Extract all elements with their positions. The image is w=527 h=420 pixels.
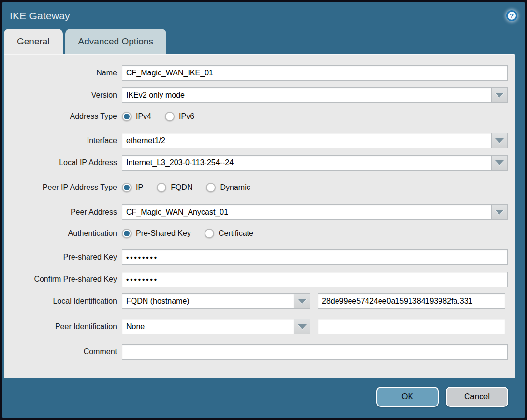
peer-address-dropdown[interactable]: CF_Magic_WAN_Anycast_01 [122,204,508,220]
form-row-interface: Interface ethernet1/2 [4,133,515,148]
triangle-down-icon [495,210,504,215]
name-label: Name [4,69,122,77]
form-row-peer-ip-address-type: Peer IP Address Type IP FQDN Dynamic [4,183,515,192]
help-icon[interactable]: ? [506,10,517,21]
local-ip-address-value[interactable]: Internet_L3_203-0-113-254--24 [122,155,492,171]
form-row-pre-shared-key: Pre-shared Key [4,249,515,265]
version-label: Version [4,91,122,100]
pre-shared-key-radio[interactable] [122,229,132,238]
ipv4-radio[interactable] [122,112,132,121]
confirm-pre-shared-key-input[interactable] [122,272,508,287]
chevron-down-icon[interactable] [294,293,310,309]
authentication-label: Authentication [4,229,122,238]
ipv6-radio[interactable] [165,112,175,121]
triangle-down-icon [298,324,307,329]
peer-ip-address-type-radio-group: IP FQDN Dynamic [122,183,264,192]
interface-label: Interface [4,136,122,145]
local-ip-address-dropdown[interactable]: Internet_L3_203-0-113-254--24 [122,155,508,171]
name-input[interactable] [122,65,508,81]
chevron-down-icon[interactable] [492,155,508,171]
ike-gateway-dialog: IKE Gateway ? General Advanced Options N… [0,0,527,420]
form-row-address-type: Address Type IPv4 IPv6 [4,112,515,121]
authentication-radio-group: Pre-Shared Key Certificate [122,229,267,238]
form-row-comment: Comment [4,344,515,360]
chevron-down-icon[interactable] [492,133,508,148]
peer-identification-input[interactable] [318,319,505,334]
interface-dropdown[interactable]: ethernet1/2 [122,133,508,148]
ipv6-radio-label[interactable]: IPv6 [179,112,194,121]
triangle-down-icon [495,93,504,98]
form-row-authentication: Authentication Pre-Shared Key Certificat… [4,229,515,238]
ipv4-radio-label[interactable]: IPv4 [136,112,151,121]
chevron-down-icon[interactable] [294,319,310,334]
interface-value[interactable]: ethernet1/2 [122,133,492,148]
pre-shared-key-input[interactable] [122,249,508,265]
pre-shared-key-radio-label[interactable]: Pre-Shared Key [136,229,191,238]
form-row-confirm-pre-shared-key: Confirm Pre-shared Key [4,272,515,287]
triangle-down-icon [495,160,504,165]
address-type-label: Address Type [4,112,122,121]
address-type-radio-group: IPv4 IPv6 [122,112,208,121]
certificate-radio[interactable] [205,229,214,238]
version-value[interactable]: IKEv2 only mode [122,87,492,103]
triangle-down-icon [298,299,307,304]
form-row-peer-address: Peer Address CF_Magic_WAN_Anycast_01 [4,204,515,220]
comment-label: Comment [4,348,122,356]
triangle-down-icon [495,138,504,143]
chevron-down-icon[interactable] [492,204,508,220]
peer-dynamic-radio[interactable] [206,183,216,192]
local-identification-type-dropdown[interactable]: FQDN (hostname) [122,293,310,309]
cancel-button[interactable]: Cancel [446,387,508,407]
confirm-pre-shared-key-label: Confirm Pre-shared Key [4,275,122,284]
peer-identification-type-value[interactable]: None [122,319,294,334]
peer-ip-address-type-label: Peer IP Address Type [4,183,122,192]
local-identification-input[interactable] [318,293,505,309]
form-row-name: Name [4,65,515,81]
peer-ip-radio[interactable] [122,183,132,192]
local-identification-label: Local Identification [4,297,122,305]
peer-ip-radio-label[interactable]: IP [136,183,143,192]
peer-dynamic-radio-label[interactable]: Dynamic [220,183,250,192]
form-row-peer-identification: Peer Identification None [4,319,515,334]
local-identification-type-value[interactable]: FQDN (hostname) [122,293,294,309]
tab-bar: General Advanced Options [4,29,166,54]
chevron-down-icon[interactable] [492,87,508,103]
form-row-version: Version IKEv2 only mode [4,87,515,103]
tab-advanced-options[interactable]: Advanced Options [65,29,166,54]
form-row-local-identification: Local Identification FQDN (hostname) [4,293,515,309]
certificate-radio-label[interactable]: Certificate [219,229,253,238]
form-row-local-ip-address: Local IP Address Internet_L3_203-0-113-2… [4,155,515,171]
comment-input[interactable] [122,344,508,360]
ok-button[interactable]: OK [376,387,439,407]
pre-shared-key-label: Pre-shared Key [4,253,122,261]
general-tab-panel: Name Version IKEv2 only mode Address Typ… [4,54,515,378]
title-bar: IKE Gateway ? [2,2,525,29]
peer-fqdn-radio[interactable] [157,183,166,192]
local-ip-address-label: Local IP Address [4,159,122,167]
footer-button-bar: OK Cancel [376,387,508,407]
peer-identification-label: Peer Identification [4,322,122,331]
peer-address-value[interactable]: CF_Magic_WAN_Anycast_01 [122,204,492,220]
peer-identification-type-dropdown[interactable]: None [122,319,310,334]
dialog-title: IKE Gateway [10,10,70,22]
tab-general[interactable]: General [4,29,63,54]
version-dropdown[interactable]: IKEv2 only mode [122,87,508,103]
peer-address-label: Peer Address [4,208,122,217]
peer-fqdn-radio-label[interactable]: FQDN [171,183,192,192]
